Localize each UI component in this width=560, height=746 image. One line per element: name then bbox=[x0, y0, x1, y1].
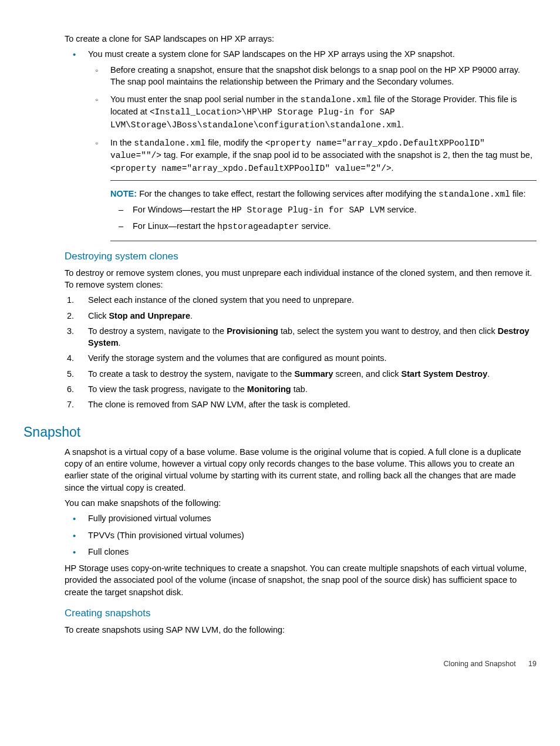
code-inline: standalone.xml bbox=[301, 95, 372, 104]
dash-item: For Linux—restart the hpstorageadapter s… bbox=[110, 220, 537, 232]
bold-label: Provisioning bbox=[227, 326, 278, 336]
section-snapshot: A snapshot is a virtual copy of a base v… bbox=[65, 446, 537, 636]
code-inline: hpstorageadapter bbox=[217, 222, 299, 231]
sub-bullet: In the standalone.xml file, modify the <… bbox=[88, 137, 537, 241]
intro-paragraph: To create a clone for SAP landscapes on … bbox=[65, 33, 537, 45]
section-heading: Snapshot bbox=[23, 423, 537, 441]
note-paragraph: NOTE: For the changes to take effect, re… bbox=[110, 188, 537, 200]
note-box: NOTE: For the changes to take effect, re… bbox=[110, 180, 537, 241]
step-item: Verify the storage system and the volume… bbox=[65, 352, 537, 364]
step-item: Click Stop and Unprepare. bbox=[65, 310, 537, 322]
note-label: NOTE: bbox=[110, 189, 137, 198]
page-footer: Cloning and Snapshot 19 bbox=[23, 659, 537, 670]
subsection-heading: Destroying system clones bbox=[65, 249, 537, 264]
bullet-item: You must create a system clone for SAP l… bbox=[65, 48, 537, 241]
step-item: To destroy a system, navigate to the Pro… bbox=[65, 325, 537, 349]
sub-bullet: Before creating a snapshot, ensure that … bbox=[88, 64, 537, 88]
sub-bullet: You must enter the snap pool serial numb… bbox=[88, 93, 537, 131]
bold-label: Start System Destroy bbox=[402, 369, 488, 379]
footer-text: Cloning and Snapshot bbox=[444, 660, 516, 668]
paragraph: To create snapshots using SAP NW LVM, do… bbox=[65, 624, 537, 636]
section-destroying-clones: Destroying system clones To destroy or r… bbox=[65, 249, 537, 411]
paragraph: HP Storage uses copy-on-write techniques… bbox=[65, 562, 537, 598]
page-number: 19 bbox=[528, 660, 537, 668]
paragraph: A snapshot is a virtual copy of a base v… bbox=[65, 446, 537, 494]
step-item: To view the task progress, navigate to t… bbox=[65, 383, 537, 395]
step-item: The clone is removed from SAP NW LVM, af… bbox=[65, 399, 537, 410]
bold-label: Monitoring bbox=[247, 384, 291, 394]
step-item: To create a task to destroy the system, … bbox=[65, 368, 537, 380]
paragraph: To destroy or remove system clones, you … bbox=[65, 267, 537, 291]
bullet-item: TPVVs (Thin provisioned virtual volumes) bbox=[65, 529, 537, 541]
code-inline: standalone.xml bbox=[438, 190, 510, 199]
bullet-item: Fully provisioned virtual volumes bbox=[65, 512, 537, 524]
step-item: Select each instance of the cloned syste… bbox=[65, 294, 537, 306]
subsection-heading: Creating snapshots bbox=[65, 606, 537, 620]
bold-label: Stop and Unprepare bbox=[109, 311, 190, 320]
bold-label: Summary bbox=[294, 369, 333, 379]
code-inline: <Install_Location>\HP\HP Storage Plug-in… bbox=[110, 107, 402, 129]
code-inline: <property name="array_xpdo.DefaultXPPool… bbox=[110, 164, 392, 173]
bullet-item: Full clones bbox=[65, 546, 537, 558]
code-inline: HP Storage Plug-in for SAP LVM bbox=[231, 205, 384, 215]
sub-text: Before creating a snapshot, ensure that … bbox=[110, 65, 520, 86]
paragraph: You can make snapshots of the following: bbox=[65, 497, 537, 509]
section-create-clone: To create a clone for SAP landscapes on … bbox=[65, 33, 537, 241]
dash-item: For Windows—restart the HP Storage Plug-… bbox=[110, 204, 537, 216]
bullet-text: You must create a system clone for SAP l… bbox=[88, 49, 455, 59]
code-inline: standalone.xml bbox=[134, 139, 205, 148]
